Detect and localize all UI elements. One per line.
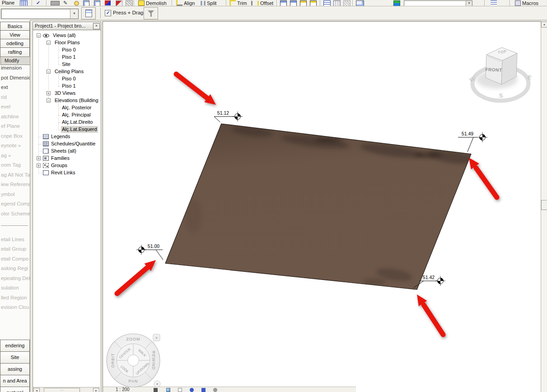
macros-tool[interactable]: Macros	[515, 0, 538, 6]
tab-room-and-area[interactable]: n and Area	[0, 375, 30, 387]
tool-spot-dimension[interactable]: pot Dimensio	[1, 74, 30, 81]
collapse-icon[interactable]: −	[47, 70, 51, 74]
tree-item-alc-lat-esquerd[interactable]: Alç.Lat.Esquerd	[33, 126, 100, 133]
element-properties-button[interactable]	[81, 7, 96, 19]
tree-item-sheets[interactable]: Sheets (all)	[33, 148, 100, 155]
wheel-rewind[interactable]: REWIND	[151, 351, 156, 370]
tree-item-alc-principal[interactable]: Alç. Principal	[33, 112, 100, 119]
table-pencil-icon[interactable]	[333, 0, 341, 6]
filter-button[interactable]	[144, 7, 158, 19]
tab-site[interactable]: Site	[0, 351, 30, 364]
tab-basics[interactable]: Basics	[0, 22, 30, 31]
expand-icon[interactable]: +	[37, 156, 41, 160]
page-tool-icon[interactable]	[83, 0, 89, 6]
tree-item-piso0-ceiling[interactable]: Piso 0	[33, 75, 100, 83]
scrollbar-thumb[interactable]	[541, 200, 547, 210]
tool-dimension[interactable]: imension	[1, 64, 22, 71]
press-drag-checkbox[interactable]: ✓	[105, 10, 111, 16]
scroll-left-icon[interactable]: ◄	[33, 388, 40, 392]
spot-elevation-51-00[interactable]: 51.00	[136, 243, 163, 260]
split-tool[interactable]: Split	[201, 0, 216, 6]
tree-item-legends[interactable]: Legends	[33, 133, 100, 140]
compass-south[interactable]: S	[499, 92, 503, 99]
tree-item-floor-plans[interactable]: − Floor Plans	[33, 39, 100, 47]
canvas-vertical-scrollbar[interactable]: ▲	[541, 22, 547, 392]
viewcube[interactable]: W E S TOP FRONT	[468, 47, 533, 101]
plane-tool-label[interactable]: Plane	[2, 0, 14, 6]
grid-plus-icon[interactable]	[323, 0, 331, 6]
match-tool-icon[interactable]	[116, 0, 122, 6]
trim-tool[interactable]: Trim	[229, 0, 247, 6]
view-tool-icon[interactable]	[310, 0, 317, 6]
paint-tool-icon[interactable]	[105, 0, 111, 5]
scrollbar-thumb[interactable]: ···	[44, 388, 80, 392]
view-tool-icon[interactable]	[280, 0, 287, 6]
tab-rendering[interactable]: endering	[0, 340, 30, 352]
wheel-close-icon[interactable]: ×	[155, 336, 158, 341]
toposurface[interactable]	[165, 124, 478, 289]
view-tool-icon[interactable]	[290, 0, 297, 6]
tree-item-piso0[interactable]: Piso 0	[33, 47, 100, 54]
chevron-down-icon[interactable]: ▼	[70, 9, 78, 19]
pencil-icon[interactable]: ✎	[63, 0, 67, 6]
check-icon[interactable]: ✓	[36, 0, 40, 6]
render-bulb-icon[interactable]	[74, 1, 79, 6]
tab-drafting[interactable]: rafting	[0, 47, 30, 57]
tree-item-alc-lat-direito[interactable]: Alç.Lat.Direito	[33, 119, 100, 126]
find-tool-icon[interactable]	[356, 0, 364, 6]
tab-modelling[interactable]: odelling	[0, 39, 30, 48]
work-grid-icon[interactable]	[20, 0, 28, 6]
wheel-menu-icon[interactable]: ▾	[156, 382, 158, 386]
browser-horizontal-scrollbar[interactable]: ◄ ··· ►	[33, 387, 100, 392]
wheel-pan[interactable]: PAN	[129, 379, 138, 383]
tool-text[interactable]: ext	[1, 84, 8, 91]
expand-icon[interactable]: +	[47, 91, 51, 95]
tree-item-piso1-ceiling[interactable]: Piso 1	[33, 83, 100, 90]
list-icon[interactable]	[491, 0, 497, 5]
tab-structural[interactable]: ructural	[0, 387, 30, 392]
design-option-icon[interactable]	[393, 0, 400, 6]
tree-item-revit-links[interactable]: Revit Links	[33, 169, 100, 177]
collapse-icon[interactable]: −	[47, 41, 51, 45]
collapse-icon[interactable]: −	[37, 33, 41, 37]
design-option-selector[interactable]: ▼	[404, 0, 472, 6]
tree-item-views-all[interactable]: − Views (all)	[33, 32, 100, 39]
close-icon[interactable]: ×	[93, 23, 100, 29]
tree-item-schedules[interactable]: Schedules/Quantitie	[33, 140, 100, 148]
tree-item-elevations[interactable]: − Elevations (Building	[33, 97, 100, 104]
offset-tool[interactable]: Offset	[251, 0, 273, 6]
align-tool[interactable]: Align	[176, 0, 195, 6]
view-tool-icon[interactable]	[300, 0, 307, 6]
chevron-down-icon[interactable]: ▼	[466, 1, 472, 6]
demolish-tool[interactable]: Demolish	[138, 0, 167, 6]
tree-item-groups[interactable]: + Groups	[33, 162, 100, 169]
wheel-zoom[interactable]: ZOOM	[126, 337, 140, 341]
spot-elevation-51-49[interactable]: 51.49	[458, 131, 487, 152]
project-browser-titlebar[interactable]: Project1 - Project bro... ×	[33, 22, 101, 30]
spot-elevation-51-12[interactable]: 51.12	[214, 110, 243, 122]
tab-massing[interactable]: assing	[0, 363, 30, 375]
tree-item-piso1[interactable]: Piso 1	[33, 54, 100, 61]
steering-wheel[interactable]: ZOOM PAN ORBIT REWIND CENTER WALK LOOK U…	[107, 334, 160, 387]
compass-east[interactable]: E	[527, 74, 533, 81]
toolbar-separator	[276, 0, 277, 6]
tree-item-families[interactable]: + Families	[33, 155, 100, 162]
wheel-orbit[interactable]: ORBIT	[111, 353, 115, 368]
viewcube-front-label[interactable]: FRONT	[485, 67, 502, 72]
collapse-icon[interactable]: −	[47, 98, 51, 103]
page-tool-icon[interactable]	[94, 0, 100, 6]
scroll-up-icon[interactable]: ▲	[541, 22, 547, 28]
type-selector[interactable]: ▼	[1, 9, 79, 19]
tree-item-alc-posterior[interactable]: Alç. Posterior	[33, 104, 100, 112]
tree-item-3d-views[interactable]: + 3D Views	[33, 90, 100, 97]
tab-view[interactable]: View	[0, 30, 30, 40]
scroll-right-icon[interactable]: ►	[93, 388, 99, 392]
tree-item-site[interactable]: Site	[33, 61, 100, 68]
linework-swatch-icon[interactable]	[51, 1, 60, 5]
drawing-area[interactable]: 1 : 200	[103, 21, 541, 392]
expand-icon[interactable]: +	[37, 163, 41, 168]
model-view[interactable]: 51.12 51.49 51.00	[103, 22, 541, 392]
tree-item-ceiling-plans[interactable]: − Ceiling Plans	[33, 68, 100, 75]
tree-label: Floor Plans	[55, 39, 80, 46]
tree-label: Site	[62, 61, 70, 68]
